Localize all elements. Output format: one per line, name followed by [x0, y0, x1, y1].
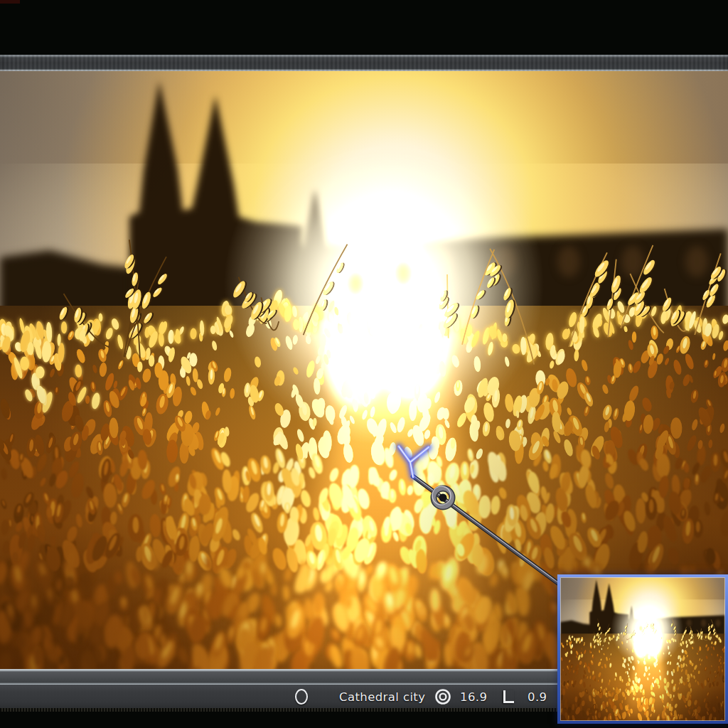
crop-corner-icon[interactable]: [503, 690, 514, 703]
circle-icon[interactable]: [295, 689, 308, 705]
anchor-ring-handle[interactable]: [432, 486, 452, 507]
preview-thumbnail-image: [560, 577, 725, 721]
ratio-value: 16.9: [460, 690, 487, 703]
top-left-red-mark: [0, 0, 20, 4]
location-label: Cathedral city: [339, 690, 425, 703]
monitor-frame: Cathedral city 16.9 0.9: [0, 0, 728, 728]
focus-target-icon[interactable]: [434, 688, 451, 705]
top-bezel: [0, 55, 728, 71]
level-value: 0.9: [528, 690, 547, 703]
preview-thumbnail-window[interactable]: [557, 574, 728, 724]
